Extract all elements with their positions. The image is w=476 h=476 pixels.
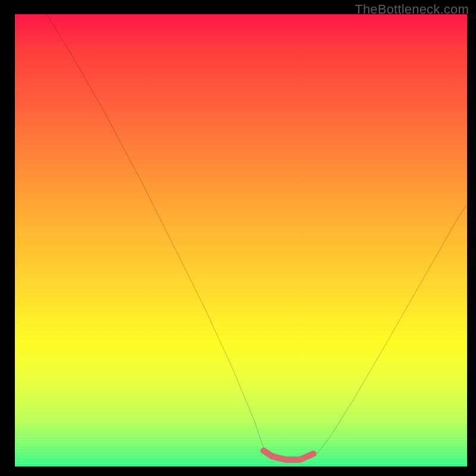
bottleneck-curve xyxy=(46,14,467,461)
watermark-text: TheBottleneck.com xyxy=(355,2,469,17)
curve-svg xyxy=(15,14,467,466)
plot-area xyxy=(15,14,467,466)
optimal-range-highlight xyxy=(264,450,314,459)
chart-frame: TheBottleneck.com xyxy=(0,0,476,476)
